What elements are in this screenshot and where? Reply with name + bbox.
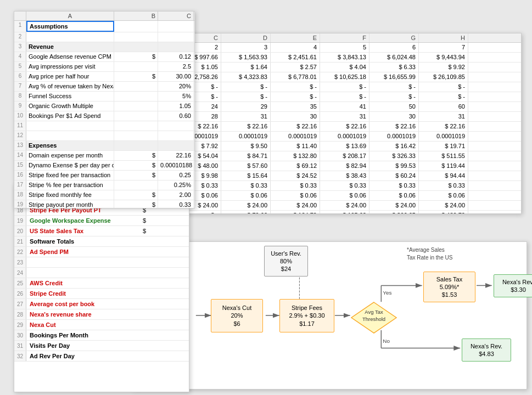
cell-c3[interactable] [158, 42, 194, 52]
bottom-left-spreadsheet[interactable]: .blrow { display:flex; border-bottom:1px… [14, 184, 189, 392]
avg-sales-tax-note: *Average SalesTax Rate in the US [407, 246, 452, 262]
table-row: 17 Stripe % fee per transaction 0.25% [14, 180, 194, 190]
table-row: 20 US State Sales Tax $ [14, 226, 189, 236]
nexa-cut-label: Nexa Cut [26, 320, 136, 329]
cell-c2[interactable] [158, 32, 194, 42]
cell-c1[interactable] [158, 21, 194, 32]
label-organic-growth: Organic Growth Multiple [26, 101, 114, 111]
sales-tax-node: Sales Tax5.09%*$1.53 [423, 273, 475, 301]
table-row: 21 Software Totals [14, 236, 189, 247]
table-row: 29 Nexa Cut [14, 320, 189, 330]
table-row: 12 [14, 131, 194, 141]
label-funnel: Funnel Success [26, 92, 114, 101]
cell-b7 [114, 82, 158, 91]
label-avg-impressions: Avg impressions per visit [26, 62, 114, 71]
col-f-header: F [320, 33, 369, 42]
users-rev-node: User's Rev.80%$24 [264, 247, 308, 275]
table-row: 6 Avg price per half hour $ 30.00 [14, 72, 194, 82]
row-number: 3 [14, 42, 26, 52]
col-c-header: C [158, 12, 194, 20]
cell-c7: 20% [158, 82, 194, 91]
svg-text:Yes: Yes [383, 290, 391, 296]
col-a-header: A [26, 12, 114, 20]
revenue-header: Revenue [26, 42, 114, 52]
table-row: 22 Ad Spend PM [14, 247, 189, 257]
col-h-header: H [419, 33, 468, 42]
table-row: 10 Bookings Per $1 Ad Spend 0.60 [14, 111, 194, 121]
table-row: 16 Stripe fixed fee per transaction $ 0.… [14, 171, 194, 180]
column-header-row: A B C [14, 12, 194, 21]
cell-b8 [114, 92, 158, 101]
col-g-header: G [369, 33, 419, 42]
label-bookings-ad: Bookings Per $1 Ad Spend [26, 111, 114, 121]
expenses-header: Expenses [26, 141, 114, 150]
cell-c5: 2.5 [158, 62, 194, 71]
col-d-header: D [221, 33, 271, 42]
table-row: 3 Revenue [14, 42, 194, 52]
table-row: 31 Visits Per Day [14, 341, 189, 351]
label-stripe-monthly: Stripe fixed monthly fee [26, 190, 114, 200]
table-row: 26 Stripe Credit [14, 289, 189, 299]
bookings-per-month-label: Bookings Per Month [26, 331, 136, 340]
table-row: 1 Assumptions [14, 21, 194, 32]
row-number: 7 [14, 82, 26, 91]
table-row: 18 Stripe fixed monthly fee $ 2.00 [14, 190, 194, 200]
table-row: 9 Organic Growth Multiple 1.05 [14, 101, 194, 111]
row-number: 2 [14, 32, 26, 42]
ad-spend-pm-label: Ad Spend PM [26, 247, 136, 256]
row-number: 1 [14, 21, 26, 32]
flowchart-section: Yes No *Average SalesTax Rate in the US … [132, 241, 527, 390]
row-num-header [14, 12, 26, 20]
table-row: 27 Average cost per book [14, 299, 189, 309]
svg-text:No: No [383, 338, 390, 344]
cell-c10: 0.60 [158, 111, 194, 121]
label-stripe-payout: Stripe payout per month [26, 200, 114, 208]
table-row: 8 Funnel Success 5% [14, 92, 194, 101]
cell-c8: 5% [158, 92, 194, 101]
table-row: 24 [14, 268, 189, 278]
table-row: 28 Nexa's revenue share [14, 309, 189, 320]
table-row: 32 Ad Rev Per Day [14, 351, 189, 362]
nexas-rev-yes-node: Nexa's Rev.$3.30 [494, 272, 532, 300]
visits-per-day-label: Visits Per Day [26, 341, 136, 350]
table-row: 13 Expenses [14, 141, 194, 151]
cell-b3[interactable] [114, 42, 158, 52]
table-row: 14 Domain expense per month $ 22.16 [14, 151, 194, 161]
table-row: 2 [14, 32, 194, 42]
table-row: 19 Google Workspace Expense $ [14, 216, 189, 226]
cell-a2[interactable] [26, 32, 114, 42]
label-google-adsense: Google Adsense revenue CPM [26, 52, 114, 61]
table-row: 5 Avg impressions per visit 2.5 [14, 62, 194, 72]
cell-c9: 1.05 [158, 101, 194, 111]
cell-b6: $ [114, 72, 158, 81]
nexas-rev-no-node: Nexa's Rev.$4.83 [462, 336, 511, 364]
table-row: 11 [14, 121, 194, 131]
ad-rev-per-day-label: Ad Rev Per Day [26, 352, 136, 360]
table-row: 15 Dynamo Exense $ per day per day $ 0.0… [14, 161, 194, 171]
col-b-header: B [114, 12, 158, 20]
svg-text:Avg Tax: Avg Tax [365, 309, 383, 315]
software-totals-label: Software Totals [26, 237, 136, 246]
us-state-sales-tax-label: US State Sales Tax [26, 227, 136, 235]
label-revenue-taken: Avg % of revenue taken by Nexa [26, 82, 114, 91]
cell-c6: 30.00 [158, 72, 194, 81]
assumptions-spreadsheet[interactable]: A B C 1 Assumptions 2 3 Revenue 4 Google… [14, 11, 195, 208]
assumptions-title[interactable]: Assumptions [26, 21, 114, 32]
stripe-fees-node: Stripe Fees2.9% + $0.30$1.17 [279, 301, 334, 331]
row-number: 6 [14, 72, 26, 81]
row-number: 4 [14, 52, 26, 61]
svg-text:Threshold: Threshold [362, 316, 385, 322]
label-dynamo: Dynamo Exense $ per day per day [26, 161, 114, 170]
stripe-credit-label: Stripe Credit [26, 289, 136, 298]
table-row: 4 Google Adsense revenue CPM $ 0.12 [14, 52, 194, 62]
label-domain: Domain expense per month [26, 151, 114, 160]
avg-cost-per-book-label: Average cost per book [26, 300, 136, 308]
nexas-cut-node: Nexa's Cut20%$6 [211, 301, 263, 331]
cell-b2[interactable] [114, 32, 158, 42]
row-number: 5 [14, 62, 26, 71]
cell-b1[interactable] [114, 21, 158, 32]
nexas-revenue-share-label: Nexa's revenue share [26, 310, 136, 319]
table-row: 30 Bookings Per Month [14, 330, 189, 341]
label-avg-price: Avg price per half hour [26, 72, 114, 81]
row-number: 8 [14, 92, 26, 101]
